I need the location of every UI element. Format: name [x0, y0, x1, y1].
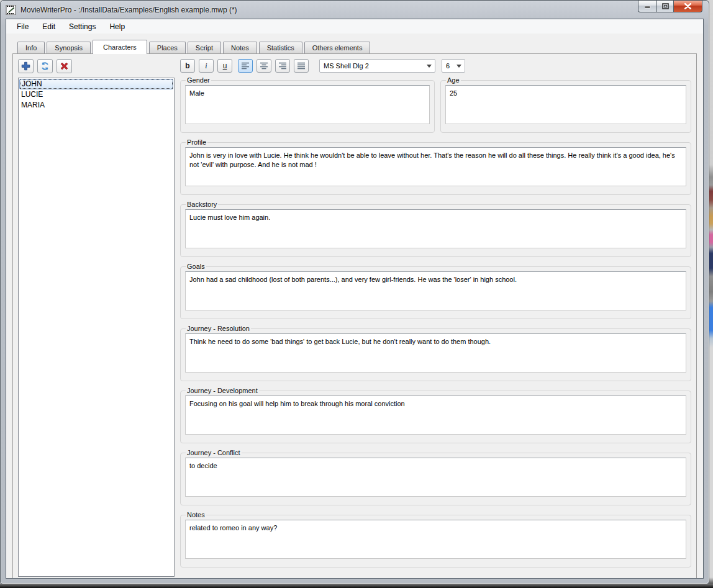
- italic-button[interactable]: i: [199, 59, 214, 73]
- character-list-section: JOHN LUCIE MARIA: [18, 59, 175, 577]
- underline-button[interactable]: u: [217, 59, 232, 73]
- align-center-button[interactable]: [257, 59, 271, 73]
- font-size-select[interactable]: 6: [442, 59, 465, 73]
- tab-others-elements[interactable]: Others elements: [304, 42, 371, 53]
- delete-x-icon: [60, 61, 69, 71]
- menu-settings[interactable]: Settings: [62, 20, 102, 33]
- goals-input[interactable]: John had a sad childhood (lost of both p…: [185, 271, 686, 310]
- titlebar[interactable]: MovieWriterPro - :/InstallData/Examples/…: [1, 1, 709, 19]
- justify-icon: [297, 62, 306, 70]
- align-right-button[interactable]: [275, 59, 290, 73]
- justify-button[interactable]: [294, 59, 309, 73]
- gender-label: Gender: [186, 76, 211, 84]
- list-item-maria[interactable]: MARIA: [19, 100, 173, 111]
- backstory-input[interactable]: Lucie must love him again.: [185, 209, 686, 248]
- font-family-select[interactable]: MS Shell Dlg 2: [319, 59, 435, 73]
- profile-label: Profile: [186, 138, 207, 146]
- notes-group: Notes related to romeo in any way?: [180, 511, 691, 568]
- age-group: Age 25: [440, 76, 691, 133]
- chevron-down-icon: [456, 65, 461, 68]
- tab-script[interactable]: Script: [188, 42, 221, 53]
- list-item-lucie[interactable]: LUCIE: [19, 89, 173, 100]
- tabbar: Info Synopsis Characters Places Script N…: [17, 39, 703, 53]
- character-fields: Gender Male Age 25 Profile John is very …: [180, 76, 691, 577]
- journey-resolution-label: Journey - Resolution: [186, 325, 251, 332]
- minimize-button[interactable]: [638, 1, 656, 12]
- journey-conflict-input[interactable]: to decide: [185, 458, 686, 497]
- characters-panel: JOHN LUCIE MARIA b i u: [12, 53, 697, 579]
- align-center-icon: [260, 62, 268, 70]
- refresh-character-button[interactable]: [37, 59, 53, 73]
- bold-button[interactable]: b: [180, 59, 195, 73]
- menubar: File Edit Settings Help: [6, 19, 703, 34]
- tab-statistics[interactable]: Statistics: [259, 42, 302, 53]
- journey-conflict-label: Journey - Conflict: [186, 449, 242, 456]
- menu-edit[interactable]: Edit: [35, 20, 62, 33]
- align-right-icon: [279, 62, 287, 70]
- journey-development-group: Journey - Development Focusing on his go…: [180, 387, 691, 443]
- goals-label: Goals: [186, 263, 206, 270]
- align-left-button[interactable]: [238, 59, 253, 73]
- gender-input[interactable]: Male: [185, 85, 430, 124]
- window-title: MovieWriterPro - :/InstallData/Examples/…: [20, 6, 237, 14]
- add-character-button[interactable]: [18, 59, 34, 73]
- restore-button[interactable]: [656, 1, 674, 12]
- character-detail-section: b i u: [180, 59, 691, 577]
- notes-label: Notes: [186, 511, 206, 518]
- format-toolbar: b i u: [180, 59, 691, 73]
- age-label: Age: [446, 76, 461, 84]
- plus-icon: [21, 61, 30, 71]
- backstory-group: Backstory Lucie must love him again.: [180, 201, 691, 257]
- character-list-toolbar: [18, 59, 175, 73]
- journey-resolution-group: Journey - Resolution Think he need to do…: [180, 325, 691, 381]
- tab-synopsis[interactable]: Synopsis: [47, 42, 91, 53]
- chevron-down-icon: [427, 65, 432, 68]
- gender-group: Gender Male: [180, 76, 435, 133]
- close-button[interactable]: [674, 1, 702, 12]
- journey-conflict-group: Journey - Conflict to decide: [180, 449, 691, 505]
- background-window-sliver: [709, 0, 713, 588]
- character-list[interactable]: JOHN LUCIE MARIA: [18, 78, 175, 577]
- app-window: MovieWriterPro - :/InstallData/Examples/…: [0, 0, 709, 584]
- notes-input[interactable]: related to romeo in any way?: [185, 520, 686, 559]
- taskbar-edge: [0, 584, 713, 588]
- journey-development-input[interactable]: Focusing on his goal will help him to br…: [185, 396, 686, 435]
- tab-info[interactable]: Info: [17, 42, 45, 53]
- profile-input[interactable]: John is very in love with Lucie. He thin…: [185, 147, 686, 186]
- tab-places[interactable]: Places: [149, 42, 186, 53]
- tab-notes[interactable]: Notes: [223, 42, 257, 53]
- goals-group: Goals John had a sad childhood (lost of …: [180, 263, 691, 319]
- window-controls: [638, 1, 702, 12]
- refresh-icon: [40, 61, 50, 71]
- delete-character-button[interactable]: [57, 59, 72, 73]
- client-area: Info Synopsis Characters Places Script N…: [6, 34, 703, 579]
- backstory-label: Backstory: [186, 201, 218, 208]
- list-item-john[interactable]: JOHN: [19, 79, 173, 89]
- journey-development-label: Journey - Development: [186, 387, 259, 394]
- menu-file[interactable]: File: [10, 20, 35, 33]
- app-logo-icon: [6, 5, 17, 15]
- align-left-icon: [242, 62, 250, 70]
- age-input[interactable]: 25: [445, 85, 686, 124]
- tab-characters[interactable]: Characters: [93, 40, 147, 54]
- profile-group: Profile John is very in love with Lucie.…: [180, 138, 691, 195]
- menu-help[interactable]: Help: [102, 20, 132, 33]
- journey-resolution-input[interactable]: Think he need to do some 'bad things' to…: [185, 333, 686, 373]
